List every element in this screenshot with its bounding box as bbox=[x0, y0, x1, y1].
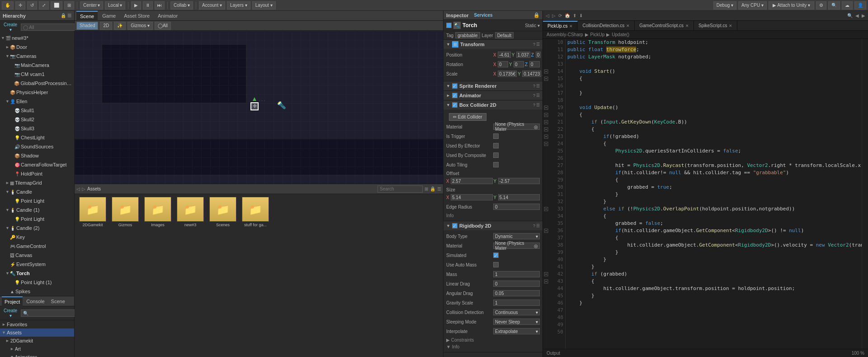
bc-offset-x[interactable]: 2.57 bbox=[451, 178, 493, 184]
editor-tab-GameControlScript-cs[interactable]: GameControlScript.cs✕ bbox=[635, 21, 694, 31]
transform-handle[interactable]: ✛ bbox=[250, 102, 259, 110]
rb2d-interpolate-value[interactable]: Extrapolate▾ bbox=[493, 328, 540, 334]
asset-view-icon[interactable]: ⊞ bbox=[425, 186, 428, 191]
code-line-37[interactable]: { bbox=[567, 234, 860, 242]
collapse-cell-24[interactable] bbox=[543, 140, 549, 148]
code-line-19[interactable]: void Update() bbox=[567, 104, 860, 111]
center-btn[interactable]: Center ▾ bbox=[80, 1, 103, 10]
code-line-21[interactable]: if (Input.GetKeyDown(KeyCode.B)) bbox=[567, 119, 860, 126]
transform-scale-btn[interactable]: ⤢ bbox=[39, 1, 49, 10]
hierarchy-item-pointlight2[interactable]: 💡Point Light bbox=[0, 214, 74, 224]
hierarchy-item-candle1[interactable]: ▼🕯️Candle (1) bbox=[0, 205, 74, 214]
hierarchy-item-new3[interactable]: ▼🎬new#3* bbox=[0, 33, 74, 43]
layers-btn[interactable]: Layers ▾ bbox=[227, 1, 250, 10]
bc-composite-checkbox[interactable] bbox=[493, 152, 499, 158]
hierarchy-item-gamecontrol[interactable]: 🎮GameControl bbox=[0, 242, 74, 251]
code-line-39[interactable]: } bbox=[567, 249, 860, 256]
project-assets[interactable]: ▼ Assets bbox=[0, 328, 74, 337]
search-btn[interactable]: 🔍 bbox=[828, 1, 840, 10]
anim-q[interactable]: ? bbox=[533, 93, 535, 98]
scale-x[interactable]: 0.1735€ bbox=[498, 71, 517, 77]
hierarchy-search[interactable] bbox=[21, 24, 83, 31]
scene-view[interactable]: ▲ ✛ 🔦 · · · bbox=[75, 31, 443, 184]
hierarchy-item-holdpoint[interactable]: 📍HoldPoint bbox=[0, 169, 74, 178]
project-tab[interactable]: Project bbox=[2, 296, 23, 306]
rb2d-gravity-value[interactable]: 1 bbox=[493, 300, 540, 306]
code-line-25[interactable]: Physics2D.queriesStartInColliders = fals… bbox=[567, 148, 860, 155]
code-line-31[interactable]: } bbox=[567, 191, 860, 198]
sr-m[interactable]: ☰ bbox=[536, 84, 540, 88]
transform-rotate-btn[interactable]: ↺ bbox=[27, 1, 37, 10]
gizmos-btn[interactable]: Gizmos ▾ bbox=[127, 22, 153, 30]
hierarchy-item-candle[interactable]: ▼🕯️Candle bbox=[0, 187, 74, 196]
asset-fwd-icon[interactable]: ▷ bbox=[82, 186, 85, 191]
code-line-13[interactable] bbox=[567, 61, 860, 68]
pos-y-input[interactable]: 1.037 bbox=[516, 52, 530, 58]
collapse-cell-43[interactable] bbox=[543, 278, 549, 285]
code-line-10[interactable]: public Transform holdpoint; bbox=[567, 39, 860, 46]
tag-value[interactable]: grabbable bbox=[455, 32, 480, 38]
anim-m[interactable]: ☰ bbox=[536, 93, 540, 98]
2d-btn[interactable]: 2D bbox=[100, 22, 112, 30]
layer-value[interactable]: Default bbox=[495, 32, 514, 38]
hierarchy-menu-icon[interactable]: ☰ bbox=[67, 13, 71, 18]
code-line-33[interactable]: else if (!Physics2D.OverlapPoint(holdpoi… bbox=[567, 205, 860, 213]
collapse-cell-42[interactable] bbox=[543, 271, 549, 278]
code-line-32[interactable]: } bbox=[567, 198, 860, 205]
hierarchy-item-candle2[interactable]: ▼🕯️Candle (2) bbox=[0, 224, 74, 233]
account-btn[interactable]: Account ▾ bbox=[199, 1, 225, 10]
bc-q[interactable]: ? bbox=[533, 103, 535, 107]
rot-y[interactable]: 0 bbox=[514, 61, 524, 67]
hierarchy-item-ellen[interactable]: ▼👤Ellen bbox=[0, 97, 74, 106]
animator-checkbox[interactable]: ✓ bbox=[452, 93, 458, 98]
hierarchy-item-globalpost[interactable]: 📦GlobalPostProcessingVol bbox=[0, 79, 74, 88]
editor-tab-CollisionDetection-cs[interactable]: CollisionDetection.cs✕ bbox=[578, 21, 635, 31]
code-line-24[interactable]: { bbox=[567, 140, 860, 148]
transform-question-icon[interactable]: ? bbox=[533, 42, 535, 47]
transform-menu-icon[interactable]: ☰ bbox=[536, 42, 540, 47]
hierarchy-item-chestlight[interactable]: 💡ChestLight bbox=[0, 133, 74, 142]
asset-item-Images[interactable]: 📁Images bbox=[142, 197, 173, 354]
rb2d-automass-checkbox[interactable] bbox=[493, 262, 499, 267]
transform-rect-btn[interactable]: ⬜ bbox=[51, 1, 62, 10]
collapse-cell-21[interactable] bbox=[543, 119, 549, 126]
asset-item-stuff-for-ga...[interactable]: 📁stuff for ga... bbox=[240, 197, 271, 354]
bc-trigger-checkbox[interactable] bbox=[493, 133, 499, 139]
collapse-cell-33[interactable] bbox=[543, 205, 549, 213]
collapse-cell-19[interactable] bbox=[543, 104, 549, 111]
project-tree-item[interactable]: ►Art bbox=[0, 345, 74, 353]
rb2d-mass-value[interactable]: 1 bbox=[493, 271, 540, 277]
animator-tab[interactable]: Animator bbox=[154, 11, 181, 21]
code-line-16[interactable] bbox=[567, 82, 860, 90]
debug-dropdown[interactable]: Debug ▾ bbox=[713, 1, 736, 10]
hierarchy-item-maincamera[interactable]: 📷MainCamera bbox=[0, 61, 74, 70]
hierarchy-item-shadow[interactable]: 📦Shadow bbox=[0, 151, 74, 160]
settings-btn[interactable]: ⚙ bbox=[816, 1, 826, 10]
et-reload[interactable]: ⟳ bbox=[557, 13, 563, 18]
inspector-lock-icon[interactable]: 🔒 bbox=[533, 12, 540, 18]
collab-btn[interactable]: Collab ▾ bbox=[170, 1, 193, 10]
rb2d-checkbox[interactable]: ✓ bbox=[452, 223, 458, 228]
sprite-renderer-checkbox[interactable]: ✓ bbox=[452, 83, 458, 89]
et-down[interactable]: ⬇ bbox=[578, 13, 584, 18]
code-line-44[interactable]: hit.collider.gameObject.transform.positi… bbox=[567, 285, 860, 292]
transform-all-btn[interactable]: ⊞ bbox=[64, 1, 74, 10]
hierarchy-item-cameras[interactable]: ▼📷Cameras bbox=[0, 52, 74, 61]
collapse-cell-22[interactable] bbox=[543, 126, 549, 133]
all-btn[interactable]: ◯All bbox=[155, 22, 171, 30]
asset-menu-icon[interactable]: ☰ bbox=[437, 186, 441, 191]
et-up[interactable]: ⬆ bbox=[572, 13, 577, 18]
code-line-29[interactable]: { bbox=[567, 176, 860, 184]
hierarchy-lock-icon[interactable]: 🔒 bbox=[61, 13, 66, 18]
pause-btn[interactable]: ⏸ bbox=[143, 1, 153, 10]
code-line-50[interactable] bbox=[567, 328, 860, 336]
code-line-14[interactable]: void Start() bbox=[567, 68, 860, 75]
hierarchy-item-skull3[interactable]: 💀Skull3 bbox=[0, 124, 74, 133]
code-line-22[interactable]: { bbox=[567, 126, 860, 133]
asset-store-tab[interactable]: Asset Store bbox=[120, 11, 153, 21]
code-line-45[interactable]: } bbox=[567, 292, 860, 300]
scene-tab[interactable]: Scene bbox=[48, 296, 68, 306]
rb2d-bodytype-value[interactable]: Dynamic▾ bbox=[493, 233, 540, 239]
asset-search[interactable] bbox=[377, 186, 423, 193]
rb2d-simulated-checkbox[interactable]: ✓ bbox=[493, 252, 499, 258]
